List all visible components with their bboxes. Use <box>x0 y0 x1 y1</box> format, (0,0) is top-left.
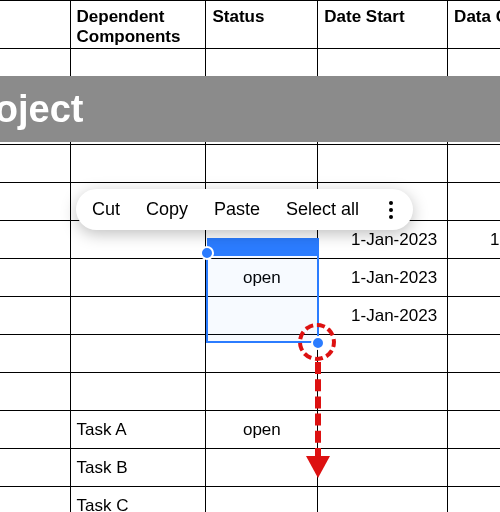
cell-dep-r11[interactable]: Task C <box>70 487 206 513</box>
cell-status-r5[interactable]: open <box>206 259 318 297</box>
header-date-start[interactable]: Date Start <box>318 1 448 49</box>
annotation-arrow-head-icon <box>306 456 330 478</box>
annotation-arrow-line <box>315 362 321 460</box>
project-banner: roject <box>0 76 500 142</box>
header-status[interactable]: Status <box>206 1 318 49</box>
header-dependent[interactable]: Dependent Components <box>70 1 206 49</box>
more-icon[interactable] <box>385 201 397 219</box>
cell-dcomp-r4[interactable]: 10 <box>448 221 500 259</box>
selection-handle-top[interactable] <box>200 246 214 260</box>
ctx-select-all[interactable]: Select all <box>286 199 359 220</box>
annotation-ring-icon <box>298 323 336 361</box>
cell-dep-r9[interactable]: Task A <box>70 411 206 449</box>
selected-cell-highlight <box>207 238 319 256</box>
header-data-comp[interactable]: Data C <box>448 1 500 49</box>
cell-dstart-r5[interactable]: 1-Jan-2023 <box>318 259 448 297</box>
cell-dep-r10[interactable]: Task B <box>70 449 206 487</box>
cell-status-r9[interactable]: open <box>206 411 318 449</box>
cell-dstart-r6[interactable]: 1-Jan-2023 <box>318 297 448 335</box>
ctx-copy[interactable]: Copy <box>146 199 188 220</box>
ctx-cut[interactable]: Cut <box>92 199 120 220</box>
context-menu: Cut Copy Paste Select all <box>76 189 413 230</box>
ctx-paste[interactable]: Paste <box>214 199 260 220</box>
header-task[interactable]: sk <box>0 1 70 49</box>
